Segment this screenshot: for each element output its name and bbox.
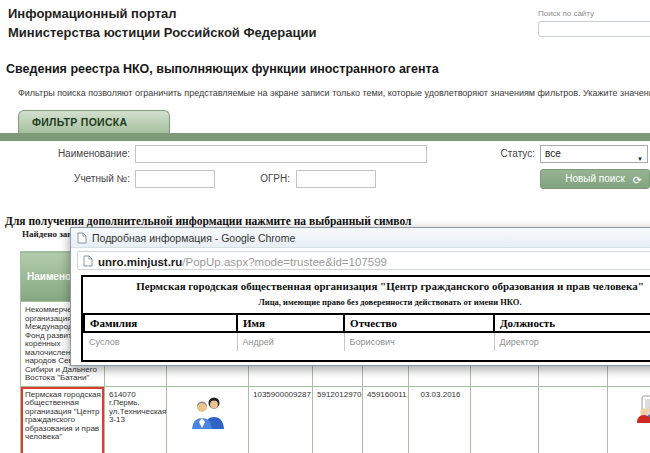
portal-title-line1: Информационный портал: [8, 6, 177, 21]
trustees-header-row: Фамилия Имя Отчество Должность: [84, 314, 650, 332]
two-persons-icon[interactable]: [190, 395, 228, 429]
name-field-label: Наименование:: [30, 148, 130, 159]
tab-filter-search[interactable]: ФИЛЬТР ПОИСКА: [18, 110, 170, 133]
inn-cell: 5912012970: [313, 386, 363, 453]
popup-window-title: Подробная информация - Google Chrome: [92, 232, 295, 244]
account-number-label: Учетный №:: [30, 173, 130, 184]
table-row: Пермская городская общественная организа…: [21, 386, 650, 453]
org-name-cell-highlighted[interactable]: Пермская городская общественная организа…: [21, 386, 105, 453]
account-number-input[interactable]: [135, 170, 215, 188]
status-field-label: Статус:: [457, 148, 535, 159]
green-divider-bar: [0, 133, 650, 141]
trustee-position: Директор: [494, 332, 650, 351]
refresh-icon: ⟳: [633, 171, 642, 189]
column-header-firstname: Имя: [237, 314, 344, 332]
column-header-position: Должность: [494, 314, 650, 332]
trustee-surname: Суслов: [84, 332, 237, 351]
trustee-patronymic: Борисович: [344, 332, 494, 351]
status-selected-value: все: [545, 148, 561, 159]
new-search-button[interactable]: Новый поиск ⟳: [540, 169, 650, 189]
trustees-table-frame: Пермская городская общественная организа…: [81, 275, 650, 362]
status-select[interactable]: все ▼: [540, 145, 648, 163]
site-search-input[interactable]: [538, 21, 650, 37]
org-address-cell: 614070 г.Пермь, ул.Техническая, 3-13: [105, 386, 167, 453]
new-search-button-label: Новый поиск: [565, 173, 625, 184]
date-cell: 03.03.2016: [409, 386, 471, 453]
popup-org-title: Пермская городская общественная организа…: [83, 280, 650, 292]
url-path: /PopUp.aspx?mode=trustee&id=107599: [182, 256, 387, 268]
popup-toolbar: unro.minjust.ru/PopUp.aspx?mode=trustee&…: [71, 248, 650, 273]
site-search-label: Поиск по сайту: [538, 9, 594, 18]
screen: Информационный портал Министерства юстиц…: [0, 0, 650, 453]
kpp-cell: 459160011: [363, 386, 409, 453]
trustee-row: Суслов Андрей Борисович Директор: [84, 332, 650, 351]
chevron-down-icon: ▼: [637, 151, 643, 167]
ogrn-input[interactable]: [296, 170, 376, 188]
page-icon: [77, 232, 87, 244]
column-header-patronymic: Отчество: [344, 314, 494, 332]
popup-subtitle: Лица, имеющие право без доверенности дей…: [83, 297, 650, 307]
portal-title-line2: Министерства юстиции Российской Федераци…: [8, 25, 316, 40]
popup-window: Подробная информация - Google Chrome unr…: [70, 227, 650, 366]
ogrn-cell: 1035900009287: [249, 386, 313, 453]
page-title: Сведения реестра НКО, выполняющих функци…: [6, 62, 439, 76]
details-icon-cell[interactable]: [608, 386, 650, 453]
column-header-surname: Фамилия: [84, 314, 237, 332]
url-host: unro.minjust.ru: [98, 256, 182, 268]
trustees-table: Фамилия Имя Отчество Должность Суслов Ан…: [83, 313, 650, 351]
trustees-icon-cell[interactable]: [167, 386, 249, 453]
popup-content: Пермская городская общественная организа…: [71, 273, 650, 362]
popup-titlebar[interactable]: Подробная информация - Google Chrome: [71, 228, 650, 248]
info-hint-text: Для получения дополнительной информации …: [5, 215, 412, 227]
intro-text: Фильтры поиска позволяют ограничить пред…: [18, 88, 650, 98]
group-icon[interactable]: [635, 395, 650, 423]
address-bar[interactable]: unro.minjust.ru/PopUp.aspx?mode=trustee&…: [77, 251, 650, 270]
name-field-input[interactable]: [135, 145, 427, 163]
ogrn-label: ОГРН:: [240, 173, 290, 184]
trustee-firstname: Андрей: [237, 332, 344, 351]
page-icon: [83, 255, 93, 267]
